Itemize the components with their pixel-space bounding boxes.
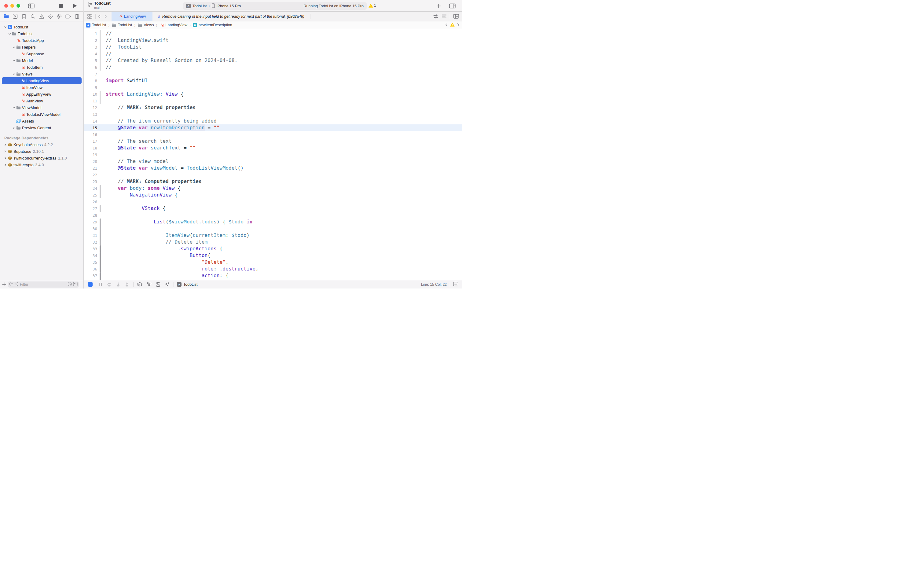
package-item-keychainaccess[interactable]: KeychainAccess4.2.2 — [0, 141, 84, 148]
code-line[interactable]: 18 @State var searchText = "" — [84, 145, 462, 151]
disclosure-closed-icon[interactable] — [3, 142, 7, 147]
step-into-icon[interactable] — [116, 282, 121, 287]
toggle-left-sidebar-icon[interactable] — [28, 2, 35, 9]
sidebar-item-todolist[interactable]: TodoList — [0, 30, 84, 37]
minimize-window-button[interactable] — [10, 4, 14, 8]
code-line[interactable]: 31 ItemView(currentItem: $todo) — [84, 232, 462, 239]
step-over-icon[interactable] — [107, 282, 112, 287]
add-editor-split-icon[interactable] — [453, 14, 459, 19]
debug-navigator-icon[interactable] — [55, 13, 63, 20]
disclosure-open-icon[interactable] — [7, 31, 11, 36]
code-line[interactable]: 10struct LandingView: View { — [84, 91, 462, 97]
toggle-right-inspector-icon[interactable] — [449, 2, 456, 9]
memory-graph-icon[interactable] — [146, 282, 151, 287]
add-editor-tab-icon[interactable] — [436, 2, 441, 9]
code-line[interactable]: 13 — [84, 111, 462, 118]
sidebar-item-landingview[interactable]: LandingView — [0, 77, 84, 84]
code-line[interactable]: 17 // The search text — [84, 138, 462, 145]
code-line[interactable]: 15 @State var newItemDescription = "" — [84, 124, 462, 131]
disclosure-closed-icon[interactable] — [3, 149, 7, 153]
code-line[interactable]: 24 var body: some View { — [84, 185, 462, 192]
disclosure-closed-icon[interactable] — [11, 126, 16, 130]
sidebar-item-preview-content[interactable]: Preview Content — [0, 124, 84, 131]
scheme-and-status-bar[interactable]: A TodoList ⟩ iPhone 15 Pro Running TodoL… — [183, 2, 367, 10]
disclosure-open-icon[interactable] — [11, 58, 16, 63]
code-line[interactable]: 30 — [84, 225, 462, 232]
bookmarks-navigator-icon[interactable] — [20, 13, 28, 20]
code-line[interactable]: 11 — [84, 97, 462, 104]
sidebar-item-helpers[interactable]: Helpers — [0, 44, 84, 50]
disclosure-closed-icon[interactable] — [3, 156, 7, 160]
sidebar-item-assets[interactable]: Assets — [0, 118, 84, 124]
code-line[interactable]: 14 // The item currently being added — [84, 118, 462, 124]
test-navigator-icon[interactable] — [47, 13, 55, 20]
run-destination-label[interactable]: iPhone 15 Pro — [217, 4, 241, 8]
issue-warning-icon[interactable] — [450, 23, 455, 27]
code-line[interactable]: 36 role: .destructive, — [84, 266, 462, 272]
add-file-button[interactable] — [0, 282, 8, 286]
close-window-button[interactable] — [4, 4, 8, 8]
disclosure-open-icon[interactable] — [3, 25, 7, 29]
code-line[interactable]: 37 action: { — [84, 272, 462, 279]
code-line[interactable]: 3// TodoList — [84, 44, 462, 50]
code-line[interactable]: 9 — [84, 84, 462, 91]
breakpoints-toggle-button[interactable] — [88, 282, 93, 287]
minimap-toggle-icon[interactable] — [453, 282, 458, 287]
view-debugger-icon[interactable] — [137, 282, 142, 287]
breadcrumb-segment-landingview[interactable]: LandingView — [159, 23, 187, 27]
breadcrumb-segment-newitemdescription[interactable]: PnewItemDescription — [193, 23, 232, 27]
disclosure-open-icon[interactable] — [11, 105, 16, 110]
code-line[interactable]: 35 "Delete", — [84, 259, 462, 266]
sidebar-item-todolistviewmodel[interactable]: TodoListViewModel — [0, 111, 84, 118]
zoom-window-button[interactable] — [16, 4, 20, 8]
sidebar-item-views[interactable]: Views — [0, 71, 84, 77]
code-review-icon[interactable] — [433, 15, 438, 19]
code-line[interactable]: 12 // MARK: Stored properties — [84, 104, 462, 111]
breakpoint-navigator-icon[interactable] — [64, 13, 72, 20]
code-line[interactable]: 5// Created by Russell Gordon on 2024-04… — [84, 57, 462, 64]
code-line[interactable]: 28 — [84, 212, 462, 219]
go-forward-icon[interactable] — [102, 15, 108, 19]
sidebar-item-authview[interactable]: AuthView — [0, 97, 84, 104]
package-item-supabase[interactable]: Supabase2.10.1 — [0, 148, 84, 155]
code-line[interactable]: 1// — [84, 30, 462, 37]
code-line[interactable]: 27 VStack { — [84, 205, 462, 212]
find-navigator-icon[interactable] — [29, 13, 37, 20]
code-line[interactable]: 21 @State var viewModel = TodoListViewMo… — [84, 165, 462, 171]
code-line[interactable]: 8import SwiftUI — [84, 77, 462, 84]
source-editor[interactable]: 1//2// LandingView.swift3// TodoList4//5… — [84, 29, 462, 280]
report-navigator-icon[interactable] — [73, 13, 81, 20]
code-line[interactable]: 19 — [84, 151, 462, 158]
sidebar-item-model[interactable]: Model — [0, 57, 84, 64]
package-item-swift-crypto[interactable]: swift-crypto3.4.0 — [0, 161, 84, 168]
code-line[interactable]: 23 // MARK: Computed properties — [84, 178, 462, 185]
code-line[interactable]: 16 — [84, 131, 462, 138]
disclosure-open-icon[interactable] — [11, 45, 16, 49]
sidebar-item-viewmodel[interactable]: ViewModel — [0, 104, 84, 111]
next-issue-icon[interactable] — [457, 23, 460, 27]
code-line[interactable]: 20 // The view model — [84, 158, 462, 165]
running-app-badge[interactable]: A TodoList — [177, 282, 198, 287]
code-line[interactable]: 32 // Delete item — [84, 239, 462, 245]
code-line[interactable]: 4// — [84, 50, 462, 57]
disclosure-open-icon[interactable] — [11, 72, 16, 76]
sidebar-item-appentryview[interactable]: AppEntryView — [0, 91, 84, 97]
filter-options-pill[interactable] — [9, 282, 18, 287]
breadcrumb-segment-todolist[interactable]: ATodoList — [86, 23, 106, 27]
scheme-name[interactable]: TodoList — [193, 4, 207, 8]
project-navigator-icon[interactable] — [2, 13, 10, 20]
scm-status-filter-icon[interactable] — [73, 282, 77, 287]
code-line[interactable]: 7 — [84, 71, 462, 77]
code-line[interactable]: 34 Button( — [84, 252, 462, 259]
sidebar-item-supabase[interactable]: Supabase — [0, 50, 84, 57]
issue-navigator-icon[interactable] — [38, 13, 46, 20]
code-line[interactable]: 29 List($viewModel.todos) { $todo in — [84, 219, 462, 225]
breadcrumb-segment-todolist[interactable]: TodoList — [112, 23, 132, 27]
simulate-location-icon[interactable] — [165, 282, 169, 287]
go-back-icon[interactable] — [96, 15, 102, 19]
previous-issue-icon[interactable] — [445, 23, 448, 27]
related-items-icon[interactable] — [86, 14, 93, 19]
stop-button[interactable] — [59, 2, 63, 9]
breadcrumb-segment-views[interactable]: Views — [137, 23, 154, 27]
pause-execution-icon[interactable] — [99, 282, 102, 286]
